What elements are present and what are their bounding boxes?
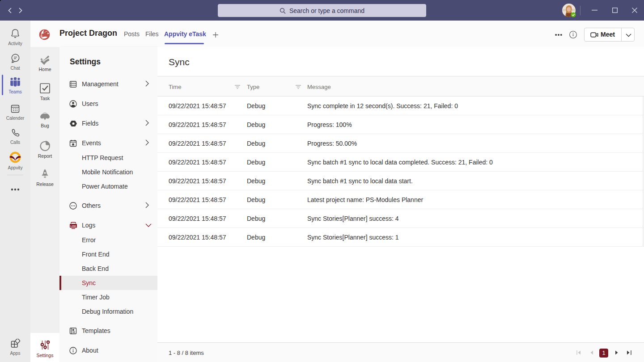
svg-text:LOG: LOG [71,225,76,227]
